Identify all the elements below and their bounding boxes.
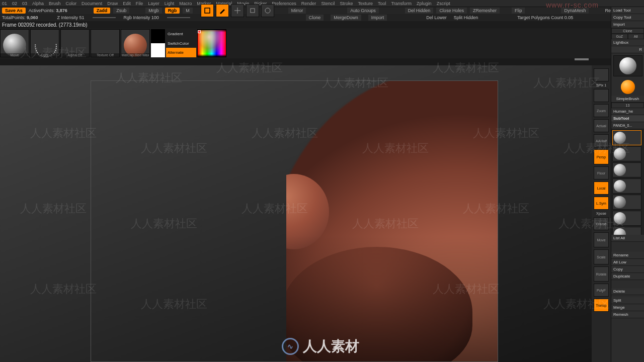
clone-button[interactable]: Clone [306,15,324,21]
rotate-mode-icon[interactable] [261,4,274,17]
menu-item[interactable]: 01 [2,1,7,6]
subtool-item[interactable] [612,146,641,161]
delete-button[interactable]: Delete [611,288,644,295]
switchcolor-button[interactable]: SwitchColor [166,39,196,48]
menu-item[interactable]: Layer [148,1,159,6]
auto-groups-button[interactable]: Auto Groups [347,8,379,14]
menu-item[interactable]: Zplugin [417,1,432,6]
local-button[interactable]: Local [594,182,609,195]
menu-item[interactable]: Tool [378,1,386,6]
del-lower-button[interactable]: Del Lower [426,15,447,20]
rgb-intensity-track[interactable] [167,17,190,18]
menu-item[interactable]: Color [66,1,77,6]
remesh-button[interactable]: Remesh [611,311,644,318]
menu-item[interactable]: Preferences [272,1,296,6]
rename-button[interactable]: Rename [611,252,644,259]
shelf-scrollbar[interactable] [575,58,589,60]
xpose-label[interactable]: Xpose [596,212,606,215]
all-low-button[interactable]: All Low [611,259,644,266]
stroke-swatch[interactable]: Dots [30,29,59,57]
del-hidden-button[interactable]: Del Hidden [405,8,434,14]
subtool-item[interactable] [612,211,641,226]
draw-mode-icon[interactable] [216,4,229,17]
split-button[interactable]: Split [611,297,644,304]
menu-item[interactable]: Transform [391,1,412,6]
subtool-list[interactable] [611,129,644,235]
split-hidden-button[interactable]: Split Hidden [454,15,478,20]
menu-item[interactable]: 02 [12,1,17,6]
list-all-button[interactable]: List All [611,235,644,242]
import-button[interactable]: Import [368,15,387,21]
save-as-button[interactable]: Save As [2,8,26,14]
scale-view-button[interactable]: Scale [594,249,609,264]
flip-button[interactable]: Flip [512,8,525,14]
mirror-button[interactable]: Mirror [288,8,306,14]
scroll-button[interactable] [594,89,609,102]
menu-item[interactable]: Draw [107,1,118,6]
menu-item[interactable]: Stencil [321,1,335,6]
import-tool-button[interactable]: Import [611,21,644,28]
copy-tool-button[interactable]: Copy Tool [611,14,644,21]
actual-button[interactable]: Actual [594,119,609,132]
model-mesh[interactable] [286,81,498,361]
brush-swatch[interactable]: Move [0,29,29,57]
menu-item[interactable]: Document [82,1,102,6]
gradient-toggle[interactable]: Gradient [166,29,196,39]
target-poly-label[interactable]: Target Polygons Count 0.05 [517,15,573,20]
zsub-button[interactable]: Zsub [113,8,129,14]
secondary-color-icon[interactable] [151,29,165,43]
menu-item[interactable]: File [136,1,143,6]
menu-item[interactable]: Stroke [340,1,353,6]
floor-button[interactable]: Floor [594,166,609,179]
scale-mode-icon[interactable] [246,4,259,17]
subtool-item[interactable] [612,162,641,177]
alpha-swatch[interactable]: Alpha Off [60,29,90,57]
menu-item[interactable]: Brush [49,1,61,6]
subtool-item[interactable] [612,195,641,210]
simplebrush-icon[interactable] [621,80,635,94]
subtool-item[interactable] [612,178,641,194]
spix-label[interactable]: SPix 1 [596,83,606,87]
menu-item[interactable]: Light [165,1,175,6]
alternate-button[interactable]: Alternate [166,48,196,57]
m-button[interactable]: M [183,8,193,14]
subtool-item[interactable] [612,227,641,235]
copy-subtool-button[interactable]: Copy [611,266,644,273]
z-intensity-slider[interactable]: Z Intensity 51 [57,15,85,20]
zoom-button[interactable]: Zoom [594,104,609,117]
clone-tool-button[interactable]: Clone [611,28,644,34]
menu-item[interactable]: Alpha [32,1,44,6]
menu-item[interactable]: 03 [22,1,27,6]
close-holes-button[interactable]: Close Holes [436,8,467,14]
move-view-button[interactable]: Move [594,232,609,247]
lsym-button[interactable]: L.Sym [594,197,609,210]
mrgb-button[interactable]: Mrgb [145,8,162,14]
frame-button[interactable]: Frame [594,217,609,230]
goz-button[interactable]: GoZ [611,34,628,39]
edit-mode-icon[interactable] [201,4,214,17]
polyf-button[interactable]: PolyF [594,284,609,297]
tool-item-label[interactable]: Human_he [611,108,644,115]
dynamesh-button[interactable]: DynaMesh [561,8,589,14]
color-picker[interactable] [197,29,226,57]
persp-button[interactable]: Persp [594,149,609,164]
color-picker-cursor-icon[interactable] [198,30,201,33]
subtool-header[interactable]: SubTool [611,115,644,122]
menu-item[interactable]: Macro [179,1,192,6]
rgb-intensity-slider[interactable]: Rgb Intensity 100 [124,15,159,20]
zadd-button[interactable]: Zadd [94,8,111,14]
menu-item[interactable]: Render [301,1,316,6]
bpr-button[interactable] [594,68,609,81]
tool-preview[interactable] [613,55,642,76]
move-mode-icon[interactable] [231,4,244,17]
transp-button[interactable]: Transp [594,299,609,312]
primary-color-icon[interactable] [151,43,165,57]
rgb-button[interactable]: Rgb [165,8,180,14]
aahalf-button[interactable]: AAHalf [594,134,609,147]
menu-item[interactable]: Texture [358,1,373,6]
color-chip[interactable] [151,29,165,57]
menu-item[interactable]: Edit [123,1,131,6]
subtool-item[interactable] [612,130,641,145]
lightbox-button[interactable]: Lightbox [611,39,644,46]
goz-all-button[interactable]: All [628,34,645,39]
